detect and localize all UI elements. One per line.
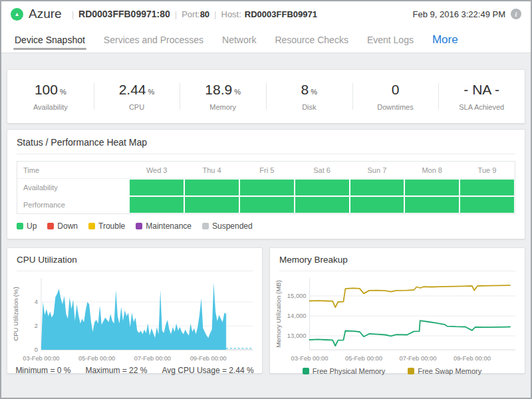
down-swatch-icon [47,223,54,229]
metric-disk: 8% Disk [266,78,352,115]
downtimes-label: Downtimes [352,103,439,111]
heatmap-cell[interactable] [460,180,514,196]
svg-text:07-Feb 00:00: 07-Feb 00:00 [399,354,436,362]
metric-sla: - NA - SLA Achieved [438,78,525,115]
heatmap-cell[interactable] [185,180,239,196]
heatmap-time-header: Time [17,162,129,178]
charts-row: CPU Utilization 02403-Feb 00:0005-Feb 00… [7,247,525,374]
cpu-chart-title: CPU Utilization [17,255,253,271]
heatmap-cell[interactable] [295,180,349,196]
divider: | [72,9,74,19]
tab-services-and-processes[interactable]: Services and Processes [94,27,213,53]
svg-text:03-Feb 00:00: 03-Feb 00:00 [23,355,59,362]
heatmap-cell[interactable] [405,197,459,213]
device-name: Azure [29,7,62,21]
heatmap-row-availability: Availability [17,179,515,196]
disk-value: 8 [301,82,309,97]
heatmap-legend: UpDownTroubleMaintenanceSuspended [17,221,515,231]
heatmap-col-wed3: Wed 3 [129,162,184,178]
info-icon[interactable]: i [511,9,521,19]
cpu-summary: Minimum = 0 % Maximum = 22 % Avg CPU Usa… [7,366,262,375]
sla-label: SLA Achieved [438,103,525,111]
heatmap-cell[interactable] [130,180,184,196]
tab-bar: Device Snapshot Services and Processes N… [1,27,531,53]
host-label: Host: [221,9,241,19]
memory-unit: % [234,88,241,96]
memory-line-chart[interactable]: 13,00014,00015,00003-Feb 00:0005-Feb 00:… [274,273,521,366]
heatmap-table: Time Wed 3 Thu 4 Fri 5 Sat 6 Sun 7 Mon 8… [17,161,515,214]
svg-text:03-Feb 00:00: 03-Feb 00:00 [291,354,329,362]
metric-downtimes: 0 Downtimes [352,78,439,115]
port-label: Port: [182,9,200,19]
memory-chart-title: Memory Breakup [279,255,515,271]
downtimes-value: 0 [392,82,400,97]
device-id: RD0003FFB09971:80 [78,9,170,19]
heatmap-cells-performance [129,196,515,213]
last-polled-datetime: Feb 9, 2016 3:22:49 PM [413,9,505,19]
heatmap-row-label: Availability [17,179,129,196]
page-content: 100% Availability 2.44% CPU 18.9% Memory… [1,53,531,379]
heatmap-col-tue9: Tue 9 [460,162,515,178]
cpu-average: Avg CPU Usage = 2.44 % [162,366,253,375]
heatmap-cell[interactable] [240,180,294,196]
cpu-label: CPU [94,103,180,111]
heatmap-legend-down: Down [47,221,78,231]
summary-metrics-panel: 100% Availability 2.44% CPU 18.9% Memory… [7,69,525,124]
heatmap-row-label: Performance [17,196,129,213]
tab-event-logs[interactable]: Event Logs [358,27,423,53]
svg-text:Memory Utilization (MB): Memory Utilization (MB) [275,280,282,347]
legend-free-physical-memory: Free Physical Memory [303,367,385,375]
cpu-chart-body: 02403-Feb 00:0005-Feb 00:0007-Feb 00:000… [7,271,262,366]
svg-text:09-Feb 00:00: 09-Feb 00:00 [190,355,227,362]
tab-more[interactable]: More [423,27,467,53]
port-value: 80 [200,9,209,19]
memory-label: Memory [180,103,266,111]
availability-value: 100 [35,82,58,97]
heatmap-cell[interactable] [460,197,514,213]
device-status-up-icon: ▲ [11,8,23,21]
heatmap-cell[interactable] [295,197,349,213]
tab-device-snapshot[interactable]: Device Snapshot [5,27,94,53]
availability-unit: % [60,88,66,96]
heatmap-cell[interactable] [350,180,404,196]
cpu-area-chart[interactable]: 02403-Feb 00:0005-Feb 00:0007-Feb 00:000… [11,273,258,366]
up-swatch-icon [17,223,23,229]
heatmap-cell[interactable] [405,180,459,196]
suspended-swatch-icon [202,223,209,229]
tab-resource-checks[interactable]: Resource Checks [265,27,358,53]
host-value: RD0003FFB09971 [245,9,317,19]
heatmap-legend-up: Up [17,221,37,231]
cpu-maximum: Maximum = 22 % [85,366,147,375]
cpu-unit: % [148,88,155,96]
heatmap-cell[interactable] [185,197,239,213]
heatmap-cell[interactable] [350,197,404,213]
divider: | [175,9,177,19]
svg-text:0: 0 [35,346,38,353]
memory-legend: Free Physical Memory Free Swap Memory [270,367,525,375]
metric-cpu: 2.44% CPU [94,78,180,115]
divider: | [214,9,216,19]
tab-network[interactable]: Network [213,27,265,53]
cpu-value: 2.44 [119,82,146,97]
svg-text:14,000: 14,000 [287,312,307,319]
sla-value: - NA - [464,82,499,97]
cpu-utilization-panel: CPU Utilization 02403-Feb 00:0005-Feb 00… [7,247,263,374]
svg-text:2: 2 [35,323,38,329]
memory-value: 18.9 [205,82,232,97]
heatmap-row-performance: Performance [17,196,515,213]
heatmap-cells-availability [129,179,515,196]
heatmap-cell[interactable] [240,197,294,213]
heatmap-panel: Status / Performance Heat Map Time Wed 3… [7,129,525,239]
heatmap-header-row: Time Wed 3 Thu 4 Fri 5 Sat 6 Sun 7 Mon 8… [17,162,515,179]
heatmap-title: Status / Performance Heat Map [17,137,515,154]
physical-memory-swatch-icon [303,368,309,374]
svg-text:15,000: 15,000 [287,292,307,299]
svg-text:05-Feb 00:00: 05-Feb 00:00 [78,355,115,362]
heatmap-legend-suspended: Suspended [202,221,253,231]
availability-label: Availability [7,103,94,111]
cpu-minimum: Minimum = 0 % [15,366,70,375]
svg-text:07-Feb 00:00: 07-Feb 00:00 [134,355,171,362]
disk-unit: % [311,88,317,96]
disk-label: Disk [266,103,352,111]
heatmap-cell[interactable] [130,197,184,213]
